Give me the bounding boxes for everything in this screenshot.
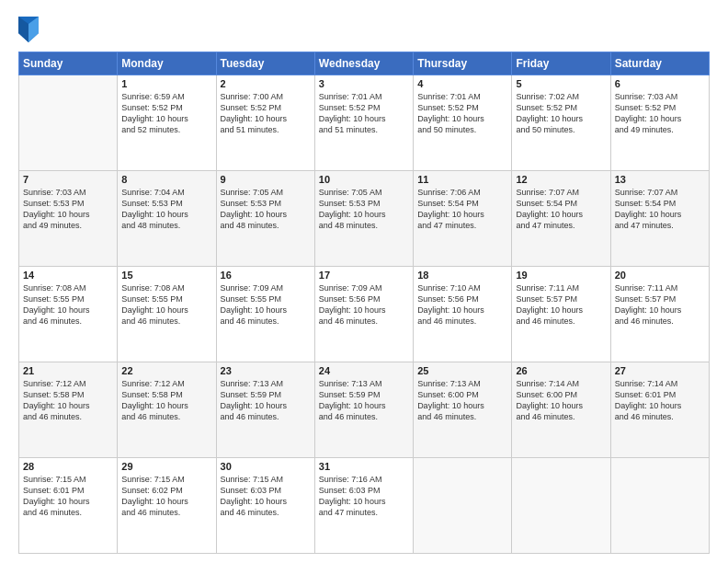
- logo-icon: [18, 17, 39, 42]
- day-info: Sunrise: 7:09 AM Sunset: 5:56 PM Dayligh…: [319, 282, 409, 327]
- day-number: 19: [516, 270, 606, 281]
- day-number: 21: [23, 365, 113, 376]
- weekday-header-thursday: Thursday: [414, 52, 512, 75]
- day-info: Sunrise: 7:13 AM Sunset: 5:59 PM Dayligh…: [319, 378, 409, 423]
- day-number: 2: [221, 78, 311, 89]
- day-info: Sunrise: 7:13 AM Sunset: 5:59 PM Dayligh…: [221, 378, 311, 423]
- day-info: Sunrise: 7:07 AM Sunset: 5:54 PM Dayligh…: [516, 187, 606, 232]
- calendar-cell: 13Sunrise: 7:07 AM Sunset: 5:54 PM Dayli…: [610, 171, 709, 267]
- calendar-cell: 1Sunrise: 6:59 AM Sunset: 5:52 PM Daylig…: [118, 75, 216, 171]
- calendar-cell: 31Sunrise: 7:16 AM Sunset: 6:03 PM Dayli…: [314, 458, 413, 554]
- weekday-header-saturday: Saturday: [610, 52, 709, 75]
- calendar-cell: 8Sunrise: 7:04 AM Sunset: 5:53 PM Daylig…: [118, 171, 216, 267]
- weekday-header-tuesday: Tuesday: [216, 52, 314, 75]
- day-info: Sunrise: 7:11 AM Sunset: 5:57 PM Dayligh…: [615, 282, 705, 327]
- day-number: 27: [615, 365, 705, 376]
- day-info: Sunrise: 7:14 AM Sunset: 6:01 PM Dayligh…: [615, 378, 705, 423]
- calendar-table: SundayMondayTuesdayWednesdayThursdayFrid…: [18, 52, 710, 554]
- calendar-cell: 7Sunrise: 7:03 AM Sunset: 5:53 PM Daylig…: [19, 171, 118, 267]
- weekday-header-monday: Monday: [118, 52, 216, 75]
- calendar-cell: 18Sunrise: 7:10 AM Sunset: 5:56 PM Dayli…: [414, 267, 512, 362]
- day-number: 10: [319, 174, 409, 185]
- day-info: Sunrise: 7:01 AM Sunset: 5:52 PM Dayligh…: [417, 91, 507, 136]
- calendar-cell: 5Sunrise: 7:02 AM Sunset: 5:52 PM Daylig…: [512, 75, 610, 171]
- day-info: Sunrise: 7:04 AM Sunset: 5:53 PM Dayligh…: [121, 187, 211, 232]
- day-info: Sunrise: 7:01 AM Sunset: 5:52 PM Dayligh…: [319, 91, 409, 136]
- day-info: Sunrise: 7:08 AM Sunset: 5:55 PM Dayligh…: [121, 282, 211, 327]
- day-number: 9: [221, 174, 311, 185]
- day-info: Sunrise: 7:15 AM Sunset: 6:01 PM Dayligh…: [23, 474, 113, 519]
- weekday-header-wednesday: Wednesday: [314, 52, 413, 75]
- day-number: 6: [615, 78, 705, 89]
- day-info: Sunrise: 7:03 AM Sunset: 5:53 PM Dayligh…: [23, 187, 113, 232]
- week-row-1: 1Sunrise: 6:59 AM Sunset: 5:52 PM Daylig…: [19, 75, 710, 171]
- day-info: Sunrise: 7:11 AM Sunset: 5:57 PM Dayligh…: [516, 282, 606, 327]
- weekday-header-row: SundayMondayTuesdayWednesdayThursdayFrid…: [19, 52, 710, 75]
- calendar-cell: 24Sunrise: 7:13 AM Sunset: 5:59 PM Dayli…: [314, 362, 413, 458]
- logo: [18, 17, 42, 42]
- calendar-cell: [414, 458, 512, 554]
- day-number: 29: [121, 461, 211, 472]
- day-info: Sunrise: 7:06 AM Sunset: 5:54 PM Dayligh…: [417, 187, 507, 232]
- day-info: Sunrise: 7:14 AM Sunset: 6:00 PM Dayligh…: [516, 378, 606, 423]
- day-info: Sunrise: 7:02 AM Sunset: 5:52 PM Dayligh…: [516, 91, 606, 136]
- calendar-cell: 26Sunrise: 7:14 AM Sunset: 6:00 PM Dayli…: [512, 362, 610, 458]
- calendar-cell: 22Sunrise: 7:12 AM Sunset: 5:58 PM Dayli…: [118, 362, 216, 458]
- page: SundayMondayTuesdayWednesdayThursdayFrid…: [0, 0, 728, 563]
- day-number: 8: [121, 174, 211, 185]
- day-info: Sunrise: 7:09 AM Sunset: 5:55 PM Dayligh…: [221, 282, 311, 327]
- calendar-cell: 29Sunrise: 7:15 AM Sunset: 6:02 PM Dayli…: [118, 458, 216, 554]
- day-info: Sunrise: 7:07 AM Sunset: 5:54 PM Dayligh…: [615, 187, 705, 232]
- calendar-cell: [610, 458, 709, 554]
- calendar-cell: 25Sunrise: 7:13 AM Sunset: 6:00 PM Dayli…: [414, 362, 512, 458]
- day-number: 16: [221, 270, 311, 281]
- day-number: 28: [23, 461, 113, 472]
- week-row-5: 28Sunrise: 7:15 AM Sunset: 6:01 PM Dayli…: [19, 458, 710, 554]
- calendar-cell: 19Sunrise: 7:11 AM Sunset: 5:57 PM Dayli…: [512, 267, 610, 362]
- calendar-cell: 17Sunrise: 7:09 AM Sunset: 5:56 PM Dayli…: [314, 267, 413, 362]
- calendar-cell: 14Sunrise: 7:08 AM Sunset: 5:55 PM Dayli…: [19, 267, 118, 362]
- calendar-cell: 15Sunrise: 7:08 AM Sunset: 5:55 PM Dayli…: [118, 267, 216, 362]
- day-number: 22: [121, 365, 211, 376]
- day-info: Sunrise: 7:10 AM Sunset: 5:56 PM Dayligh…: [417, 282, 507, 327]
- day-info: Sunrise: 7:12 AM Sunset: 5:58 PM Dayligh…: [121, 378, 211, 423]
- calendar-cell: 6Sunrise: 7:03 AM Sunset: 5:52 PM Daylig…: [610, 75, 709, 171]
- day-info: Sunrise: 7:12 AM Sunset: 5:58 PM Dayligh…: [23, 378, 113, 423]
- day-number: 12: [516, 174, 606, 185]
- weekday-header-friday: Friday: [512, 52, 610, 75]
- day-number: 4: [417, 78, 507, 89]
- day-number: 20: [615, 270, 705, 281]
- day-number: 23: [221, 365, 311, 376]
- day-info: Sunrise: 7:15 AM Sunset: 6:03 PM Dayligh…: [221, 474, 311, 519]
- day-number: 30: [221, 461, 311, 472]
- calendar-cell: [512, 458, 610, 554]
- day-info: Sunrise: 7:03 AM Sunset: 5:52 PM Dayligh…: [615, 91, 705, 136]
- week-row-3: 14Sunrise: 7:08 AM Sunset: 5:55 PM Dayli…: [19, 267, 710, 362]
- day-number: 7: [23, 174, 113, 185]
- day-info: Sunrise: 6:59 AM Sunset: 5:52 PM Dayligh…: [121, 91, 211, 136]
- day-info: Sunrise: 7:13 AM Sunset: 6:00 PM Dayligh…: [417, 378, 507, 423]
- calendar-cell: 9Sunrise: 7:05 AM Sunset: 5:53 PM Daylig…: [216, 171, 314, 267]
- calendar-cell: 3Sunrise: 7:01 AM Sunset: 5:52 PM Daylig…: [314, 75, 413, 171]
- day-number: 17: [319, 270, 409, 281]
- day-number: 13: [615, 174, 705, 185]
- day-info: Sunrise: 7:05 AM Sunset: 5:53 PM Dayligh…: [221, 187, 311, 232]
- calendar-cell: 16Sunrise: 7:09 AM Sunset: 5:55 PM Dayli…: [216, 267, 314, 362]
- day-number: 25: [417, 365, 507, 376]
- calendar-cell: 23Sunrise: 7:13 AM Sunset: 5:59 PM Dayli…: [216, 362, 314, 458]
- day-number: 5: [516, 78, 606, 89]
- calendar-cell: 27Sunrise: 7:14 AM Sunset: 6:01 PM Dayli…: [610, 362, 709, 458]
- calendar-cell: 30Sunrise: 7:15 AM Sunset: 6:03 PM Dayli…: [216, 458, 314, 554]
- calendar-cell: 12Sunrise: 7:07 AM Sunset: 5:54 PM Dayli…: [512, 171, 610, 267]
- calendar-cell: 28Sunrise: 7:15 AM Sunset: 6:01 PM Dayli…: [19, 458, 118, 554]
- calendar-cell: 21Sunrise: 7:12 AM Sunset: 5:58 PM Dayli…: [19, 362, 118, 458]
- week-row-2: 7Sunrise: 7:03 AM Sunset: 5:53 PM Daylig…: [19, 171, 710, 267]
- calendar-cell: 10Sunrise: 7:05 AM Sunset: 5:53 PM Dayli…: [314, 171, 413, 267]
- week-row-4: 21Sunrise: 7:12 AM Sunset: 5:58 PM Dayli…: [19, 362, 710, 458]
- day-number: 11: [417, 174, 507, 185]
- calendar-cell: [19, 75, 118, 171]
- weekday-header-sunday: Sunday: [19, 52, 118, 75]
- day-info: Sunrise: 7:16 AM Sunset: 6:03 PM Dayligh…: [319, 474, 409, 519]
- day-number: 26: [516, 365, 606, 376]
- header: [18, 17, 710, 42]
